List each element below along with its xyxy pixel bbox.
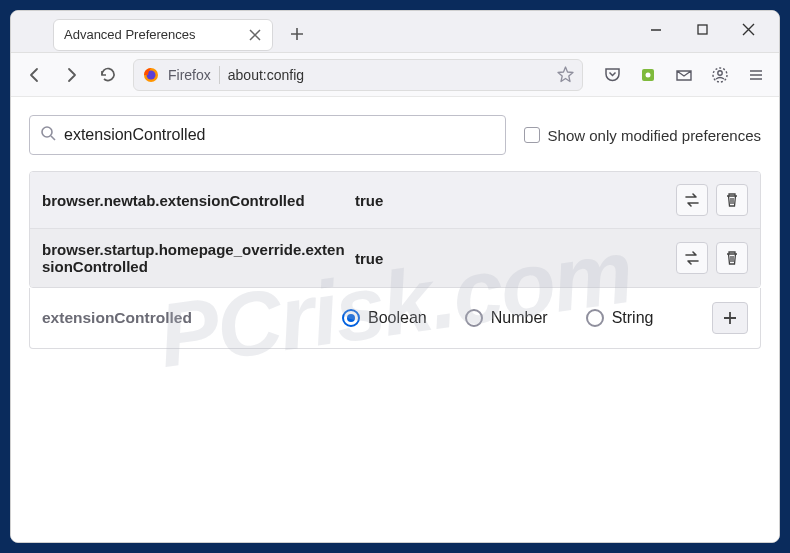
config-search-box[interactable] xyxy=(29,115,506,155)
browser-window: Advanced Preferences xyxy=(10,10,780,543)
browser-tab[interactable]: Advanced Preferences xyxy=(53,19,273,51)
maximize-button[interactable] xyxy=(679,10,725,50)
toggle-pref-button[interactable] xyxy=(676,242,708,274)
type-boolean-radio[interactable]: Boolean xyxy=(342,309,427,327)
svg-point-6 xyxy=(718,70,722,74)
firefox-icon xyxy=(142,66,160,84)
radio-label: Number xyxy=(491,309,548,327)
radio-icon xyxy=(465,309,483,327)
radio-icon xyxy=(342,309,360,327)
preferences-table: browser.newtab.extensionControlled true … xyxy=(29,171,761,288)
pref-row: browser.newtab.extensionControlled true xyxy=(30,172,760,229)
url-bar[interactable]: Firefox about:config xyxy=(133,59,583,91)
account-icon[interactable] xyxy=(705,60,735,90)
url-text: about:config xyxy=(228,67,549,83)
delete-pref-button[interactable] xyxy=(716,242,748,274)
delete-pref-button[interactable] xyxy=(716,184,748,216)
mail-icon[interactable] xyxy=(669,60,699,90)
add-pref-row: extensionControlled Boolean Number Strin… xyxy=(29,288,761,349)
minimize-button[interactable] xyxy=(633,10,679,50)
menu-button[interactable] xyxy=(741,60,771,90)
back-button[interactable] xyxy=(19,59,51,91)
forward-button[interactable] xyxy=(55,59,87,91)
show-modified-checkbox[interactable] xyxy=(524,127,540,143)
tab-title: Advanced Preferences xyxy=(64,27,240,42)
type-number-radio[interactable]: Number xyxy=(465,309,548,327)
toolbar-icons xyxy=(597,60,771,90)
show-modified-checkbox-label[interactable]: Show only modified preferences xyxy=(524,127,761,144)
titlebar: Advanced Preferences xyxy=(11,11,779,53)
pref-row: browser.startup.homepage_override.extens… xyxy=(30,229,760,287)
pref-name: browser.startup.homepage_override.extens… xyxy=(42,241,347,275)
type-string-radio[interactable]: String xyxy=(586,309,654,327)
reload-button[interactable] xyxy=(91,59,123,91)
pref-name: browser.newtab.extensionControlled xyxy=(42,192,347,209)
svg-point-4 xyxy=(646,72,651,77)
bookmark-star-icon[interactable] xyxy=(557,66,574,83)
pocket-icon[interactable] xyxy=(597,60,627,90)
identity-label: Firefox xyxy=(168,67,211,83)
urlbar-divider xyxy=(219,66,220,84)
search-input[interactable] xyxy=(64,126,495,144)
close-tab-icon[interactable] xyxy=(248,29,262,41)
pref-value: true xyxy=(355,250,668,267)
radio-icon xyxy=(586,309,604,327)
search-row: Show only modified preferences xyxy=(29,115,761,155)
type-radio-group: Boolean Number String xyxy=(342,309,702,327)
show-modified-text: Show only modified preferences xyxy=(548,127,761,144)
extension-icon[interactable] xyxy=(633,60,663,90)
pref-value: true xyxy=(355,192,668,209)
radio-label: Boolean xyxy=(368,309,427,327)
radio-label: String xyxy=(612,309,654,327)
svg-point-7 xyxy=(42,127,52,137)
svg-rect-0 xyxy=(698,25,707,34)
about-config-content: Show only modified preferences browser.n… xyxy=(11,97,779,542)
add-pref-name: extensionControlled xyxy=(42,309,332,327)
toggle-pref-button[interactable] xyxy=(676,184,708,216)
add-pref-button[interactable] xyxy=(712,302,748,334)
window-controls xyxy=(633,14,771,50)
navigation-toolbar: Firefox about:config xyxy=(11,53,779,97)
search-icon xyxy=(40,125,56,145)
new-tab-button[interactable] xyxy=(283,20,311,48)
close-window-button[interactable] xyxy=(725,10,771,50)
